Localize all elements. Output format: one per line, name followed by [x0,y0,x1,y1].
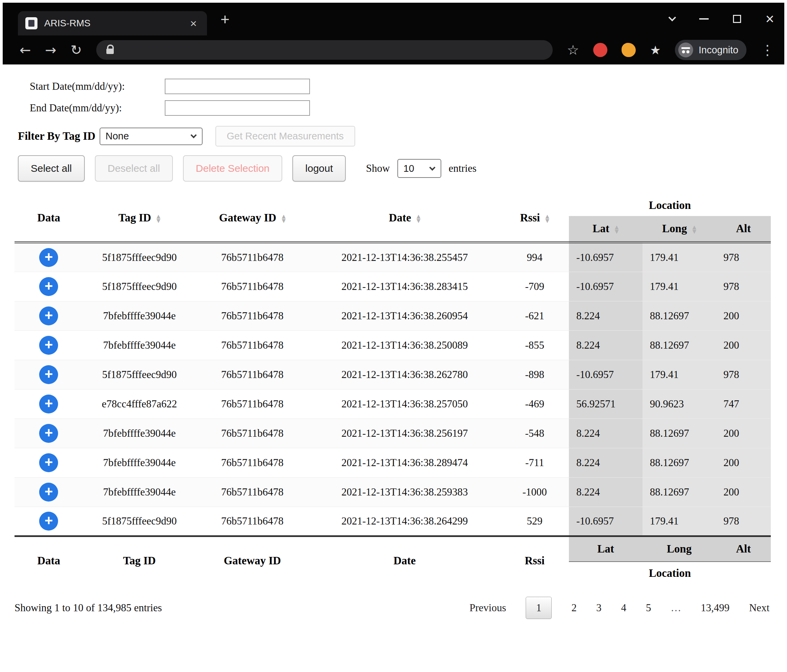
logout-button[interactable]: logout [292,155,346,181]
footer-location-group-label: Location [569,562,771,585]
table-row: 7bfebffffe39044e 76b5711b6478 2021-12-13… [14,477,771,506]
expand-row-button[interactable] [39,248,58,267]
chevron-down-icon [429,164,435,170]
expand-cell [14,330,83,360]
column-header-tag-id[interactable]: Tag ID [83,194,196,242]
page-content: Start Date(mm/dd/yy): End Date(mm/dd/yy)… [3,65,784,669]
tag-id-cell: 5f1875fffeec9d90 [83,506,196,536]
rssi-cell: 529 [500,506,569,536]
column-header-long[interactable]: Long [643,216,716,242]
deselect-all-button[interactable]: Deselect all [95,155,173,181]
alt-cell: 978 [716,360,771,389]
column-header-rssi[interactable]: Rssi [500,194,569,242]
start-date-input[interactable] [165,79,310,94]
maximize-icon[interactable] [733,15,741,23]
column-header-gateway-id[interactable]: Gateway ID [196,194,308,242]
tab-search-icon[interactable] [668,14,676,22]
delete-selection-button[interactable]: Delete Selection [183,155,282,181]
table-row: 5f1875fffeec9d90 76b5711b6478 2021-12-13… [14,272,771,301]
orange-extension-icon[interactable] [621,43,636,57]
expand-row-button[interactable] [39,394,58,413]
forward-icon[interactable] [45,43,57,57]
tab-close-icon[interactable] [187,17,199,29]
expand-cell [14,418,83,448]
get-recent-measurements-button[interactable]: Get Recent Measurements [215,126,356,147]
bookmark-star-icon[interactable] [567,43,579,57]
expand-row-button[interactable] [39,306,58,325]
rssi-cell: -855 [500,330,569,360]
column-header-lat[interactable]: Lat [569,216,643,242]
expand-row-button[interactable] [39,453,58,472]
next-page-button[interactable]: Next [749,602,770,614]
date-cell: 2021-12-13T14:36:38.259383 [309,477,501,506]
alt-cell: 200 [716,418,771,448]
rssi-cell: -1000 [500,477,569,506]
tag-filter-select[interactable]: None [100,128,202,145]
adblock-extension-icon[interactable] [593,43,607,57]
browser-window: ARIS-RMS Inc [3,3,784,669]
date-cell: 2021-12-13T14:36:38.257050 [309,389,501,418]
page-button-4[interactable]: 4 [621,602,626,614]
column-header-alt[interactable]: Alt [716,216,771,242]
rssi-cell: -469 [500,389,569,418]
col-label: Date [389,211,411,224]
lat-cell: 8.224 [569,477,643,506]
long-cell: 179.41 [643,360,716,389]
new-tab-button[interactable] [220,11,229,27]
table-footer: Data Tag ID Gateway ID Date Rssi Lat Lon… [14,536,771,585]
expand-cell [14,448,83,477]
navigation-bar: Incognito [3,35,784,65]
col-label: Tag ID [119,211,151,224]
back-icon[interactable] [20,43,31,57]
tag-id-cell: 5f1875fffeec9d90 [83,360,196,389]
browser-menu-icon[interactable] [761,43,774,57]
alt-cell: 978 [716,506,771,536]
table-row: 5f1875fffeec9d90 76b5711b6478 2021-12-13… [14,242,771,272]
show-label: Show [366,162,390,175]
previous-page-button[interactable]: Previous [469,602,506,614]
expand-row-button[interactable] [39,365,58,384]
long-cell: 179.41 [643,272,716,301]
column-header-date[interactable]: Date [309,194,501,242]
page-button-2[interactable]: 2 [571,602,577,614]
expand-row-button[interactable] [39,336,58,355]
start-date-label: Start Date(mm/dd/yy): [30,80,165,93]
col-label: Alt [736,222,751,235]
expand-cell [14,272,83,301]
select-all-button[interactable]: Select all [18,155,85,181]
date-cell: 2021-12-13T14:36:38.256197 [309,418,501,448]
date-cell: 2021-12-13T14:36:38.260954 [309,301,501,330]
incognito-label: Incognito [699,44,738,56]
page-length-select[interactable]: 10 [397,159,441,178]
page-button-3[interactable]: 3 [596,602,602,614]
address-bar[interactable] [96,40,553,60]
table-row: 7bfebffffe39044e 76b5711b6478 2021-12-13… [14,448,771,477]
lat-cell: -10.6957 [569,242,643,272]
expand-row-button[interactable] [39,424,58,443]
expand-row-button[interactable] [39,512,58,531]
expand-row-button[interactable] [39,483,58,502]
lat-cell: -10.6957 [569,506,643,536]
pinned-extension-icon[interactable] [650,43,661,57]
page-button-1[interactable]: 1 [526,597,552,619]
entries-label: entries [449,162,477,175]
close-icon[interactable] [765,12,774,26]
page-button-last[interactable]: 13,499 [700,602,729,614]
end-date-input[interactable] [165,100,310,116]
sort-icon [615,225,619,234]
long-cell: 88.12697 [643,418,716,448]
alt-cell: 200 [716,301,771,330]
date-cell: 2021-12-13T14:36:38.250089 [309,330,501,360]
end-date-row: End Date(mm/dd/yy): [30,100,771,116]
minimize-icon[interactable] [699,18,709,20]
browser-tab[interactable]: ARIS-RMS [18,11,207,35]
alt-cell: 200 [716,477,771,506]
tag-id-cell: 5f1875fffeec9d90 [83,242,196,272]
table-body: 5f1875fffeec9d90 76b5711b6478 2021-12-13… [14,242,771,536]
footer-column-alt: Alt [716,536,771,562]
page-button-5[interactable]: 5 [646,602,651,614]
expand-row-button[interactable] [39,277,58,296]
browser-chrome: ARIS-RMS Inc [3,3,784,65]
reload-icon[interactable] [71,43,82,57]
start-date-row: Start Date(mm/dd/yy): [30,79,771,94]
